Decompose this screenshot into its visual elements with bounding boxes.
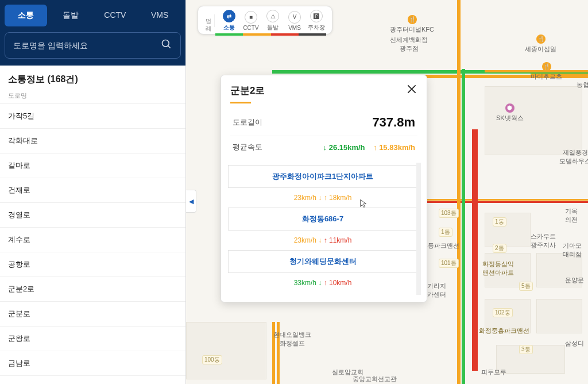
seg-down-speed: 33km/h <box>294 279 316 287</box>
food-icon: 🍴 <box>542 62 551 71</box>
apt-number: 3동 <box>519 345 533 354</box>
arrow-down-icon: ↓ <box>318 236 322 244</box>
poi-label: SK넷웍스 <box>496 114 524 122</box>
arrow-up-icon: ↑ <box>324 279 327 287</box>
segment-name[interactable]: 화정동686-7 <box>228 208 417 231</box>
poi-label: 운양문 <box>565 276 584 285</box>
seg-down-speed: 23km/h <box>294 194 316 202</box>
list-item[interactable]: 군왕로 <box>0 327 185 351</box>
avgspeed-up: 15.83km/h <box>379 143 415 152</box>
list-item[interactable]: 군분2로 <box>0 277 185 302</box>
speed-legend <box>215 33 326 36</box>
tool-traffic[interactable]: ⇄소통 <box>219 10 239 32</box>
search-icon[interactable] <box>161 39 172 52</box>
segment-list[interactable]: 광주화정아이파크1단지아파트 23km/h ↓ ↑ 18km/h 화정동686-… <box>227 163 421 295</box>
tool-label: VMS <box>288 25 301 31</box>
tool-label: 소통 <box>223 24 235 32</box>
tool-vms[interactable]: VVMS <box>285 11 304 31</box>
poi-label: 광주터미널KFC <box>390 25 434 34</box>
panel-collapse-handle[interactable]: ◀ <box>186 190 196 213</box>
apt-number: 2동 <box>493 244 506 253</box>
arrow-up-icon: ↑ <box>324 236 327 244</box>
scrollbar[interactable] <box>416 163 421 295</box>
arrow-up-icon: ↑ <box>373 143 377 152</box>
list-item[interactable]: 공항로 <box>0 252 185 277</box>
apartment-name: 화정동삼익 맨션아파트 <box>482 260 514 277</box>
warn-icon: ⚠ <box>266 10 279 22</box>
poi-label: 중앙교회선교관 <box>353 375 397 383</box>
map[interactable]: 🍴광주터미널KFC 신세계백화점 광주점 🍴세종이십일 🍴마이후르츠 ⬢SK넷웍… <box>186 0 588 384</box>
seg-down-speed: 23km/h <box>294 236 316 244</box>
cctv-icon: ■ <box>245 11 257 24</box>
apt-number: 5동 <box>519 282 533 291</box>
tab-traffic[interactable]: 소통 <box>5 5 47 26</box>
popup-title: 군분2로 <box>230 84 265 97</box>
search-input[interactable] <box>13 41 161 50</box>
poi-label: 세종이십일 <box>525 45 556 53</box>
seg-up-speed: 18km/h <box>329 194 351 202</box>
avgspeed-label: 평균속도 <box>233 142 262 152</box>
tool-incident[interactable]: ⚠돌발 <box>263 10 283 32</box>
seg-up-speed: 11km/h <box>329 236 351 244</box>
list-item[interactable]: 금봉로 <box>0 376 185 384</box>
arrow-down-icon: ↓ <box>323 143 327 152</box>
tool-label: 돌발 <box>267 24 278 32</box>
sidebar: 소통 돌발 CCTV VMS 소통정보 (168건) 도로명 가작5길 각화대로… <box>0 0 186 384</box>
poi-label: 농협 <box>577 80 588 89</box>
apt-number: 1동 <box>439 228 452 237</box>
poi-label: 기옥 의전 <box>565 207 578 224</box>
vms-icon: V <box>288 11 301 24</box>
tab-cctv[interactable]: CCTV <box>94 5 137 26</box>
list-item[interactable]: 각화대로 <box>0 129 185 153</box>
legend-label: 범 례 <box>204 14 215 28</box>
list-item[interactable]: 계수로 <box>0 228 185 252</box>
avgspeed-down: 26.15km/h <box>329 143 365 152</box>
tool-parking[interactable]: 🅿주차장 <box>307 10 326 32</box>
tool-label: 주차장 <box>308 24 325 32</box>
shop-icon: ⬢ <box>505 103 514 113</box>
poi-label: 현대오일뱅크 화정셀프 <box>273 331 311 348</box>
sidebar-header: 소통 돌발 CCTV VMS <box>0 0 185 66</box>
apt-number: 1동 <box>493 217 506 226</box>
apt-number: 103동 <box>439 209 459 218</box>
apt-number: 101동 <box>439 259 459 268</box>
list-item[interactable]: 갈마로 <box>0 153 185 178</box>
arrow-up-icon: ↑ <box>324 194 327 202</box>
road-info-popup: 군분2로 도로길이 737.8m 평균속도 ↓ 26.15km/h <box>220 75 427 302</box>
length-value: 737.8m <box>372 115 415 130</box>
traffic-icon: ⇄ <box>223 10 235 22</box>
tool-cctv[interactable]: ■CCTV <box>241 11 261 31</box>
list-item[interactable]: 가작5길 <box>0 104 185 129</box>
svg-point-0 <box>163 40 169 47</box>
food-icon: 🍴 <box>408 15 417 24</box>
list-title: 소통정보 (168건) <box>0 66 185 89</box>
tab-vms[interactable]: VMS <box>138 5 181 26</box>
list-item[interactable]: 경열로 <box>0 203 185 228</box>
poi-label: 제일풍경 모델하우스 <box>559 148 588 166</box>
seg-up-speed: 10km/h <box>329 279 351 287</box>
arrow-down-icon: ↓ <box>318 279 322 287</box>
apartment-name: 화정중흥파크맨션 <box>479 327 529 335</box>
list-item[interactable]: 건재로 <box>0 178 185 203</box>
list-item[interactable]: 금남로 <box>0 351 185 376</box>
list-column-header: 도로명 <box>0 89 185 104</box>
apt-number: 102동 <box>493 308 513 317</box>
tab-incident[interactable]: 돌발 <box>49 5 92 26</box>
search-box[interactable] <box>5 32 181 59</box>
poi-label: 피투모루 <box>481 368 506 377</box>
food-icon: 🍴 <box>536 34 546 44</box>
poi-label: 스카우트 광주지사 <box>531 232 556 249</box>
length-label: 도로길이 <box>233 117 262 128</box>
arrow-down-icon: ↓ <box>318 194 322 202</box>
segment-name[interactable]: 광주화정아이파크1단지아파트 <box>228 165 417 188</box>
road-list[interactable]: 가작5길 각화대로 갈마로 건재로 경열로 계수로 공항로 군분2로 군분로 군… <box>0 104 185 384</box>
poi-label: 신세계백화점 광주점 <box>390 36 428 53</box>
apt-number: 100동 <box>202 355 222 364</box>
close-icon[interactable] <box>406 83 417 97</box>
poi-label: 삼성디 <box>565 339 584 348</box>
segment-name[interactable]: 청기와웨딩문화센터 <box>228 250 417 273</box>
poi-label: 마이후르츠 <box>531 72 562 81</box>
sidebar-tabs: 소통 돌발 CCTV VMS <box>5 5 181 26</box>
parking-icon: 🅿 <box>310 10 323 22</box>
list-item[interactable]: 군분로 <box>0 302 185 327</box>
